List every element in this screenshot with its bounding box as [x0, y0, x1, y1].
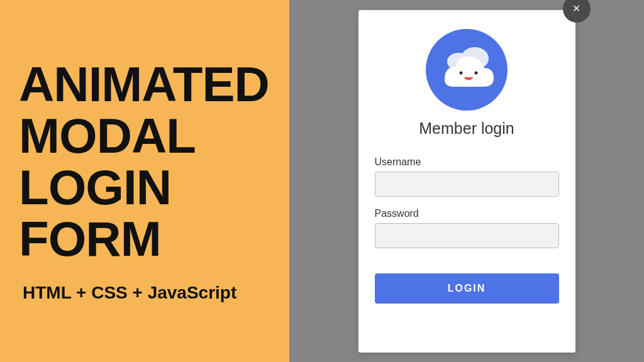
modal-backdrop: × Member login Username Password LOGIN [289, 0, 644, 362]
cloud-icon [432, 35, 501, 104]
subheading-text: HTML + CSS + JavaScript [23, 283, 277, 303]
svg-point-2 [460, 71, 463, 74]
login-button[interactable]: LOGIN [375, 273, 559, 304]
headline-text: ANIMATED MODAL LOGIN FORM [19, 59, 277, 265]
svg-point-3 [475, 71, 478, 74]
login-modal: × Member login Username Password LOGIN [358, 10, 575, 353]
username-input[interactable] [375, 172, 559, 197]
username-label: Username [375, 156, 559, 168]
password-input[interactable] [375, 223, 559, 248]
promo-panel: ANIMATED MODAL LOGIN FORM HTML + CSS + J… [0, 0, 289, 362]
avatar [426, 29, 508, 111]
close-icon: × [573, 1, 580, 16]
close-button[interactable]: × [563, 0, 591, 23]
modal-title: Member login [375, 119, 559, 138]
password-label: Password [375, 208, 559, 219]
